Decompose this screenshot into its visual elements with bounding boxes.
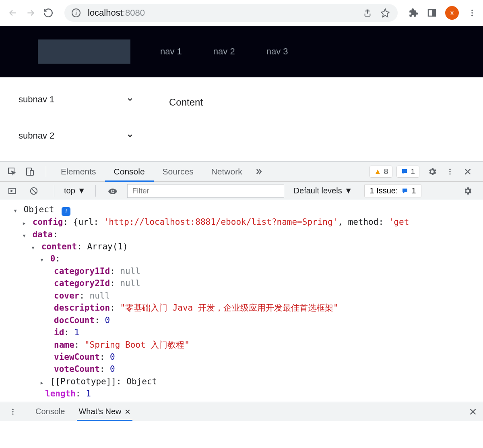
sidebar-item-subnav1[interactable]: subnav 1 xyxy=(0,81,145,118)
more-tabs-icon[interactable] xyxy=(251,164,266,179)
message-icon xyxy=(401,187,409,195)
warning-triangle-icon: ▲ xyxy=(374,167,382,176)
close-devtools-icon[interactable] xyxy=(460,164,475,179)
close-icon[interactable] xyxy=(124,409,131,415)
drawer-tab-console[interactable]: Console xyxy=(34,402,66,421)
bookmark-icon[interactable] xyxy=(380,8,390,18)
chevron-down-icon: ▼ xyxy=(345,186,353,195)
prop-val: 0 xyxy=(105,315,110,325)
svg-point-15 xyxy=(12,413,13,415)
messages-badge[interactable]: 1 xyxy=(396,166,419,178)
gear-icon[interactable] xyxy=(425,164,440,179)
svg-point-14 xyxy=(12,411,13,412)
prop-val: "Spring Boot 入门教程" xyxy=(85,340,190,350)
sidebar-item-label: subnav 2 xyxy=(19,131,54,141)
disclosure-triangle-icon[interactable] xyxy=(39,253,45,265)
site-info-icon[interactable]: i xyxy=(72,8,80,17)
prop-key: cover xyxy=(54,291,79,301)
issues-count: 1 xyxy=(412,186,416,195)
profile-avatar[interactable]: x xyxy=(445,6,459,20)
console-output: Object i config: {url: 'http://localhost… xyxy=(0,200,483,402)
console-object-label: Object xyxy=(24,205,54,214)
avatar-letter: x xyxy=(450,9,454,17)
warnings-count: 8 xyxy=(384,167,388,176)
prop-key: id xyxy=(54,328,64,337)
prop-val: 0 xyxy=(110,364,115,374)
devtools-kebab-icon[interactable] xyxy=(443,164,457,179)
address-bar[interactable]: i localhost:8080 xyxy=(64,4,398,22)
drawer-kebab-icon[interactable] xyxy=(6,404,20,419)
drawer-tabbar: Console What's New xyxy=(0,402,483,421)
prototype-val: Object xyxy=(126,377,157,386)
forward-button[interactable] xyxy=(23,6,38,20)
nav-link-3[interactable]: nav 3 xyxy=(266,46,288,57)
browser-toolbar: i localhost:8080 x xyxy=(0,0,483,26)
filter-input[interactable] xyxy=(127,184,284,198)
tab-elements[interactable]: Elements xyxy=(52,162,105,181)
drawer-tab-whatsnew[interactable]: What's New xyxy=(77,402,132,421)
reload-button[interactable] xyxy=(41,6,56,20)
share-icon[interactable] xyxy=(362,8,373,18)
chevron-down-icon xyxy=(126,132,134,139)
prop-key-data: data xyxy=(33,230,53,239)
chevron-down-icon xyxy=(126,96,134,103)
devtools-tabbar: Elements Console Sources Network ▲ 8 1 xyxy=(0,162,483,182)
prop-val: null xyxy=(120,278,140,288)
context-selector[interactable]: top ▼ xyxy=(64,186,86,195)
issues-label: 1 Issue: xyxy=(369,186,398,195)
prop-val: null xyxy=(90,291,110,301)
config-prefix: {url: xyxy=(73,217,104,227)
sidebar-toggle-icon[interactable] xyxy=(5,184,19,198)
drawer-close-icon[interactable] xyxy=(469,407,477,416)
logo-placeholder xyxy=(38,39,130,64)
prop-key: voteCount xyxy=(54,364,100,374)
devtools-panel: Elements Console Sources Network ▲ 8 1 xyxy=(0,161,483,421)
back-button[interactable] xyxy=(6,6,20,20)
sidebar: subnav 1 subnav 2 xyxy=(0,77,145,161)
prop-key-config: config xyxy=(33,217,63,227)
svg-point-10 xyxy=(449,173,450,174)
config-mid: , method: xyxy=(338,217,388,227)
device-toolbar-icon[interactable] xyxy=(23,164,37,179)
disclosure-triangle-icon[interactable] xyxy=(12,203,19,216)
disclosure-triangle-icon[interactable] xyxy=(21,216,27,228)
tab-network[interactable]: Network xyxy=(202,162,251,181)
clear-console-icon[interactable] xyxy=(27,184,41,198)
content-text: Content xyxy=(169,97,203,108)
issues-box[interactable]: 1 Issue: 1 xyxy=(364,184,421,197)
prop-val: 1 xyxy=(74,328,80,337)
url-host: localhost xyxy=(88,8,123,18)
prop-key-prototype: [[Prototype]] xyxy=(50,377,116,386)
extensions-icon[interactable] xyxy=(408,8,419,18)
main-content: Content xyxy=(145,77,227,161)
inspect-icon[interactable] xyxy=(5,164,19,179)
prop-key: viewCount xyxy=(54,352,100,362)
console-settings-gear-icon[interactable] xyxy=(460,184,475,198)
warnings-badge[interactable]: ▲ 8 xyxy=(369,166,392,178)
disclosure-triangle-icon[interactable] xyxy=(30,241,36,253)
nav-link-1[interactable]: nav 1 xyxy=(160,46,182,57)
svg-point-9 xyxy=(449,171,450,172)
tab-sources[interactable]: Sources xyxy=(154,162,202,181)
content-value: Array(1) xyxy=(87,242,128,251)
page-header: nav 1 nav 2 nav 3 xyxy=(0,26,483,77)
sidebar-item-subnav2[interactable]: subnav 2 xyxy=(0,118,145,154)
prop-key-index0: 0 xyxy=(50,254,56,263)
prop-key-length: length xyxy=(45,389,76,398)
disclosure-triangle-icon[interactable] xyxy=(39,375,45,388)
drawer-tab-label: Console xyxy=(35,407,65,416)
context-label: top xyxy=(64,186,75,195)
prop-key: description xyxy=(54,303,110,313)
info-badge-icon[interactable]: i xyxy=(62,207,70,216)
log-levels-selector[interactable]: Default levels ▼ xyxy=(294,186,353,195)
nav-link-2[interactable]: nav 2 xyxy=(213,46,235,57)
disclosure-triangle-icon[interactable] xyxy=(21,228,27,241)
kebab-menu-icon[interactable] xyxy=(467,8,477,18)
svg-point-3 xyxy=(471,12,473,14)
content-area: subnav 1 subnav 2 Content xyxy=(0,77,483,161)
panel-icon[interactable] xyxy=(427,8,437,18)
config-url: 'http://localhost:8881/ebook/list?name=S… xyxy=(104,217,338,227)
tab-console[interactable]: Console xyxy=(105,162,154,181)
live-expression-icon[interactable] xyxy=(105,184,120,198)
levels-label: Default levels xyxy=(294,186,342,195)
